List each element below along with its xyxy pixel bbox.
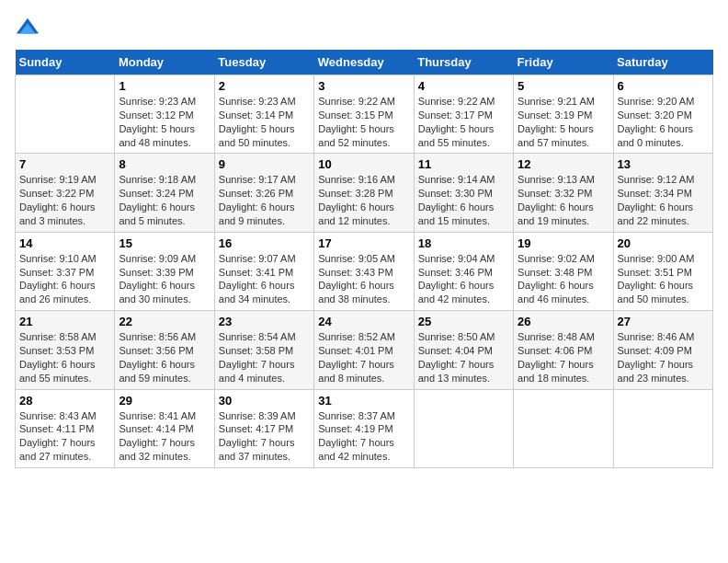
day-number: 11 [418, 157, 509, 171]
day-details: Sunrise: 8:54 AMSunset: 3:58 PMDaylight:… [219, 330, 310, 385]
day-number: 10 [318, 157, 409, 171]
day-number: 2 [219, 79, 310, 93]
calendar-cell: 10Sunrise: 9:16 AMSunset: 3:28 PMDayligh… [314, 154, 414, 232]
calendar-cell: 16Sunrise: 9:07 AMSunset: 3:41 PMDayligh… [214, 232, 313, 310]
page-header [15, 15, 713, 40]
day-details: Sunrise: 8:46 AMSunset: 4:09 PMDaylight:… [618, 330, 709, 385]
calendar-cell: 9Sunrise: 9:17 AMSunset: 3:26 PMDaylight… [214, 154, 313, 232]
calendar-cell: 28Sunrise: 8:43 AMSunset: 4:11 PMDayligh… [16, 389, 115, 467]
calendar-cell: 12Sunrise: 9:13 AMSunset: 3:32 PMDayligh… [514, 154, 613, 232]
day-number: 12 [518, 157, 609, 171]
day-details: Sunrise: 8:41 AMSunset: 4:14 PMDaylight:… [119, 409, 210, 464]
day-details: Sunrise: 9:18 AMSunset: 3:24 PMDaylight:… [119, 173, 210, 227]
calendar-cell [613, 389, 712, 467]
day-number: 19 [518, 236, 609, 250]
day-details: Sunrise: 8:56 AMSunset: 3:56 PMDaylight:… [119, 330, 210, 385]
calendar-cell: 22Sunrise: 8:56 AMSunset: 3:56 PMDayligh… [115, 311, 214, 389]
day-number: 5 [518, 79, 609, 93]
day-details: Sunrise: 9:02 AMSunset: 3:48 PMDaylight:… [518, 252, 609, 306]
calendar-week-row: 21Sunrise: 8:58 AMSunset: 3:53 PMDayligh… [16, 311, 713, 389]
day-details: Sunrise: 9:23 AMSunset: 3:14 PMDaylight:… [219, 95, 310, 149]
day-number: 3 [318, 79, 409, 93]
day-number: 15 [119, 236, 210, 250]
header-day: Wednesday [314, 50, 414, 75]
day-number: 25 [418, 315, 509, 328]
calendar-cell: 21Sunrise: 8:58 AMSunset: 3:53 PMDayligh… [16, 311, 115, 389]
calendar-cell: 4Sunrise: 9:22 AMSunset: 3:17 PMDaylight… [414, 75, 513, 154]
day-details: Sunrise: 8:39 AMSunset: 4:17 PMDaylight:… [219, 409, 310, 464]
calendar-cell: 7Sunrise: 9:19 AMSunset: 3:22 PMDaylight… [16, 154, 115, 232]
calendar-cell: 6Sunrise: 9:20 AMSunset: 3:20 PMDaylight… [613, 75, 712, 154]
calendar-cell: 2Sunrise: 9:23 AMSunset: 3:14 PMDaylight… [214, 75, 313, 154]
calendar-cell: 30Sunrise: 8:39 AMSunset: 4:17 PMDayligh… [214, 389, 313, 467]
calendar-cell: 23Sunrise: 8:54 AMSunset: 3:58 PMDayligh… [214, 311, 313, 389]
calendar-week-row: 1Sunrise: 9:23 AMSunset: 3:12 PMDaylight… [16, 75, 713, 154]
day-details: Sunrise: 8:43 AMSunset: 4:11 PMDaylight:… [19, 409, 110, 464]
calendar-body: 1Sunrise: 9:23 AMSunset: 3:12 PMDaylight… [16, 75, 713, 468]
day-details: Sunrise: 8:52 AMSunset: 4:01 PMDaylight:… [318, 330, 409, 385]
calendar-cell: 5Sunrise: 9:21 AMSunset: 3:19 PMDaylight… [514, 75, 613, 154]
day-number: 29 [119, 394, 210, 408]
day-details: Sunrise: 9:13 AMSunset: 3:32 PMDaylight:… [518, 173, 609, 227]
day-details: Sunrise: 9:22 AMSunset: 3:17 PMDaylight:… [418, 95, 509, 149]
calendar-cell: 26Sunrise: 8:48 AMSunset: 4:06 PMDayligh… [514, 311, 613, 389]
day-details: Sunrise: 9:20 AMSunset: 3:20 PMDaylight:… [618, 95, 709, 149]
day-details: Sunrise: 9:09 AMSunset: 3:39 PMDaylight:… [119, 252, 210, 306]
day-details: Sunrise: 9:23 AMSunset: 3:12 PMDaylight:… [119, 95, 210, 149]
calendar-cell: 14Sunrise: 9:10 AMSunset: 3:37 PMDayligh… [16, 232, 115, 310]
day-number: 14 [19, 236, 110, 250]
logo [15, 15, 44, 40]
day-details: Sunrise: 9:10 AMSunset: 3:37 PMDaylight:… [19, 252, 110, 306]
day-number: 13 [618, 157, 709, 171]
calendar-week-row: 7Sunrise: 9:19 AMSunset: 3:22 PMDaylight… [16, 154, 713, 232]
calendar-cell: 20Sunrise: 9:00 AMSunset: 3:51 PMDayligh… [613, 232, 712, 310]
day-number: 24 [318, 315, 409, 328]
day-details: Sunrise: 9:00 AMSunset: 3:51 PMDaylight:… [618, 252, 709, 306]
calendar-cell: 25Sunrise: 8:50 AMSunset: 4:04 PMDayligh… [414, 311, 513, 389]
calendar-table: SundayMondayTuesdayWednesdayThursdayFrid… [15, 50, 713, 468]
day-details: Sunrise: 9:16 AMSunset: 3:28 PMDaylight:… [318, 173, 409, 227]
calendar-cell: 8Sunrise: 9:18 AMSunset: 3:24 PMDaylight… [115, 154, 214, 232]
day-number: 1 [119, 79, 210, 93]
calendar-cell: 29Sunrise: 8:41 AMSunset: 4:14 PMDayligh… [115, 389, 214, 467]
day-number: 18 [418, 236, 509, 250]
calendar-week-row: 28Sunrise: 8:43 AMSunset: 4:11 PMDayligh… [16, 389, 713, 467]
day-details: Sunrise: 9:22 AMSunset: 3:15 PMDaylight:… [318, 95, 409, 149]
calendar-cell: 15Sunrise: 9:09 AMSunset: 3:39 PMDayligh… [115, 232, 214, 310]
day-details: Sunrise: 9:17 AMSunset: 3:26 PMDaylight:… [219, 173, 310, 227]
day-details: Sunrise: 9:21 AMSunset: 3:19 PMDaylight:… [518, 95, 609, 149]
day-number: 26 [518, 315, 609, 328]
day-details: Sunrise: 9:19 AMSunset: 3:22 PMDaylight:… [19, 173, 110, 227]
day-details: Sunrise: 9:14 AMSunset: 3:30 PMDaylight:… [418, 173, 509, 227]
day-details: Sunrise: 9:04 AMSunset: 3:46 PMDaylight:… [418, 252, 509, 306]
day-number: 4 [418, 79, 509, 93]
header-day: Monday [115, 50, 214, 75]
calendar-cell: 27Sunrise: 8:46 AMSunset: 4:09 PMDayligh… [613, 311, 712, 389]
calendar-week-row: 14Sunrise: 9:10 AMSunset: 3:37 PMDayligh… [16, 232, 713, 310]
day-details: Sunrise: 8:58 AMSunset: 3:53 PMDaylight:… [19, 330, 110, 385]
header-day: Friday [514, 50, 613, 75]
day-number: 8 [119, 157, 210, 171]
header-row: SundayMondayTuesdayWednesdayThursdayFrid… [16, 50, 713, 75]
calendar-cell: 31Sunrise: 8:37 AMSunset: 4:19 PMDayligh… [314, 389, 414, 467]
calendar-cell [16, 75, 115, 154]
calendar-cell: 17Sunrise: 9:05 AMSunset: 3:43 PMDayligh… [314, 232, 414, 310]
calendar-cell: 18Sunrise: 9:04 AMSunset: 3:46 PMDayligh… [414, 232, 513, 310]
calendar-cell [514, 389, 613, 467]
day-number: 30 [219, 394, 310, 408]
calendar-cell [414, 389, 513, 467]
day-number: 20 [618, 236, 709, 250]
day-number: 6 [618, 79, 709, 93]
day-number: 21 [19, 315, 110, 328]
day-number: 7 [19, 157, 110, 171]
day-details: Sunrise: 9:12 AMSunset: 3:34 PMDaylight:… [618, 173, 709, 227]
day-number: 16 [219, 236, 310, 250]
day-number: 27 [618, 315, 709, 328]
header-day: Sunday [16, 50, 115, 75]
calendar-cell: 11Sunrise: 9:14 AMSunset: 3:30 PMDayligh… [414, 154, 513, 232]
header-day: Thursday [414, 50, 513, 75]
day-number: 17 [318, 236, 409, 250]
calendar-cell: 19Sunrise: 9:02 AMSunset: 3:48 PMDayligh… [514, 232, 613, 310]
day-details: Sunrise: 8:50 AMSunset: 4:04 PMDaylight:… [418, 330, 509, 385]
day-number: 9 [219, 157, 310, 171]
